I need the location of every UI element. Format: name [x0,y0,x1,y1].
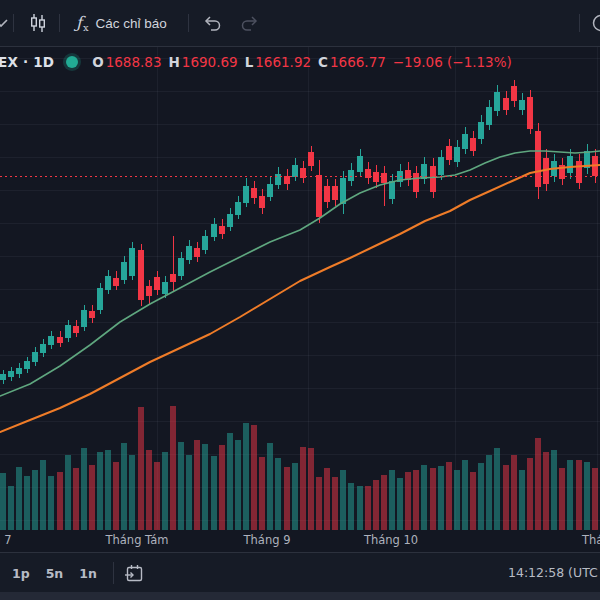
market-status-dot[interactable] [66,56,78,68]
volume-bar [348,483,354,530]
volume-bar [97,452,103,530]
candle-body [519,100,525,110]
candle-body [389,181,395,199]
candle-body [527,97,533,129]
symbol-legend[interactable]: EX · 1D O1688.83H1690.69L1661.92C1666.77… [0,51,512,73]
candle-body [251,188,257,198]
volume-bar [211,456,217,530]
volume-bar [0,473,6,530]
candlestick-chart-icon[interactable] [25,0,51,46]
volume-bar [194,440,200,530]
time-axis-label: Tháng 10 [364,533,418,547]
volume-bar [259,457,265,530]
candle-body [0,374,6,380]
volume-bar [446,462,452,530]
volume-bar [438,466,444,530]
ohlc-value: 1666.77 [330,54,386,70]
indicators-button[interactable]: ƒx Các chỉ báo [70,7,173,39]
toolbar-separator [13,14,14,32]
candle-body [446,146,452,160]
candle-body [259,196,265,208]
candle-body [138,250,144,300]
chevron-down-icon[interactable] [0,0,9,46]
candle-body [178,258,184,276]
redo-icon[interactable] [236,0,262,46]
volume-bar [243,423,249,530]
volume-bar [454,470,460,530]
toolbar-separator [59,14,60,32]
candle-body [503,98,509,110]
top-toolbar: ƒx Các chỉ báo [0,0,600,47]
clock-label[interactable]: 14:12:58 (UTC [508,565,598,580]
candle-body [97,288,103,310]
volume-bar [8,486,14,530]
volume-bar [567,460,573,530]
volume-bar [511,455,517,530]
price-chart[interactable] [0,0,600,600]
timeframe-button-1n[interactable]: 1n [72,561,104,586]
candle-body [275,174,281,185]
volume-bar [300,447,306,530]
volume-bar [576,460,582,530]
volume-bar [57,472,63,530]
volume-bar [235,440,241,530]
candle-body [235,202,241,215]
candle-body [348,170,354,181]
symbol-name: EX · 1D [0,54,54,70]
change-value: −19.06 (−1.13%) [393,54,512,70]
goto-date-icon[interactable] [122,553,148,593]
timeframe-button-5n[interactable]: 5n [39,561,71,586]
volume-bar [340,470,346,530]
volume-bar [308,448,314,530]
ohlc-pair: L1661.92 [245,54,311,70]
candle-body [332,186,338,200]
ohlc-value: 1688.83 [106,54,162,70]
clipped-circle-icon[interactable] [590,0,600,46]
volume-bar [430,468,436,530]
volume-bar [24,476,30,530]
timeframe-button-1p[interactable]: 1p [5,561,37,586]
volume-bar [267,443,273,530]
ma-slow-line [0,165,600,432]
candle-body [186,246,192,260]
volume-bar [519,470,525,530]
volume-bar [421,465,427,530]
toolbar-separator [579,14,580,32]
candle-body [227,214,233,227]
trading-chart-window: ƒx Các chỉ báo EX · 1D O1688.83H1690.69 [0,0,600,600]
candle-body [478,122,484,139]
candle-body [454,147,460,162]
volume-bar [227,433,233,530]
ohlc-pair: H1690.69 [168,54,237,70]
volume-bar [389,470,395,530]
candle-body [129,248,135,276]
candle-body [105,276,111,290]
volume-bar [405,472,411,530]
candle-body [470,138,476,151]
candle-body [494,92,500,111]
candle-body [243,186,249,203]
candle-body [211,224,217,237]
volume-bar [65,455,71,530]
candle-body [73,326,79,333]
toolbar-separator [113,562,114,584]
volume-bar [186,455,192,530]
ohlc-value: 1661.92 [255,54,311,70]
ohlc-value: 1690.69 [182,54,238,70]
candle-body [146,286,152,296]
ohlc-pair: C1666.77 [318,54,386,70]
ohlc-label: C [318,54,328,70]
volume-bar [584,462,590,530]
volume-bar [48,476,54,530]
volume-bar [16,467,22,530]
volume-bar [146,450,152,530]
candle-body [430,166,436,192]
time-axis[interactable]: Tháng 7Tháng TámTháng 9Tháng 10Tháng 11 [0,529,600,552]
volume-bar [32,470,38,530]
candle-body [316,175,322,217]
undo-icon[interactable] [200,0,226,46]
candle-body [154,277,160,290]
candle-body [535,131,541,187]
volume-bar [202,444,208,530]
timeframe-group: 1p5n1n [0,561,105,586]
